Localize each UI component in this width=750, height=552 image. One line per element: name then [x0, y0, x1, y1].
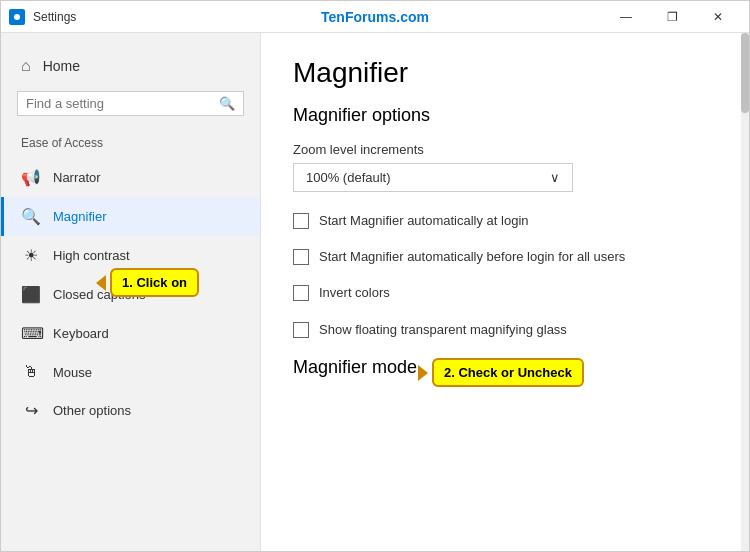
window-controls: — ❐ ✕	[603, 1, 741, 33]
checkbox-invert-colors: Invert colors	[293, 284, 717, 302]
closed-captions-icon: ⬛	[21, 285, 41, 304]
sidebar-item-home[interactable]: ⌂ Home	[1, 49, 260, 83]
high-contrast-icon: ☀	[21, 246, 41, 265]
close-button[interactable]: ✕	[695, 1, 741, 33]
keyboard-icon: ⌨	[21, 324, 41, 343]
sidebar-item-high-contrast-label: High contrast	[53, 248, 130, 263]
sidebar-item-other-options-label: Other options	[53, 403, 131, 418]
annotation-check-uncheck-bubble: 2. Check or Uncheck	[432, 358, 584, 387]
mouse-icon: 🖱	[21, 363, 41, 381]
window-title: Settings	[33, 10, 76, 24]
home-icon: ⌂	[21, 57, 31, 75]
annotation-check-uncheck: 2. Check or Uncheck	[432, 358, 584, 387]
checkbox-auto-login: Start Magnifier automatically at login	[293, 212, 717, 230]
svg-point-0	[14, 14, 20, 20]
other-options-icon: ↪	[21, 401, 41, 420]
magnifier-icon: 🔍	[21, 207, 41, 226]
checkbox-auto-login-input[interactable]	[293, 213, 309, 229]
title-bar: Settings TenForums.com — ❐ ✕	[1, 1, 749, 33]
annotation-arrow-2	[418, 365, 428, 381]
main-content: Magnifier Magnifier options Zoom level i…	[261, 33, 749, 551]
scrollbar-track[interactable]	[741, 33, 749, 551]
minimize-button[interactable]: —	[603, 1, 649, 33]
zoom-level-group: Zoom level increments 100% (default) ∨	[293, 142, 717, 192]
checkbox-floating-glass: Show floating transparent magnifying gla…	[293, 321, 717, 339]
checkbox-invert-colors-input[interactable]	[293, 285, 309, 301]
sidebar-item-narrator-label: Narrator	[53, 170, 101, 185]
sidebar-item-keyboard[interactable]: ⌨ Keyboard	[1, 314, 260, 353]
checkbox-auto-before-login-label: Start Magnifier automatically before log…	[319, 248, 625, 266]
search-box[interactable]: 🔍	[17, 91, 244, 116]
zoom-level-dropdown[interactable]: 100% (default) ∨	[293, 163, 573, 192]
title-bar-left: Settings	[9, 9, 76, 25]
settings-app-icon	[9, 9, 25, 25]
annotation-click-on: 1. Click on	[110, 268, 199, 297]
watermark: TenForums.com	[321, 9, 429, 25]
sidebar-item-other-options[interactable]: ↪ Other options	[1, 391, 260, 430]
checkbox-auto-before-login: Start Magnifier automatically before log…	[293, 248, 717, 266]
sidebar-item-magnifier-label: Magnifier	[53, 209, 106, 224]
narrator-icon: 📢	[21, 168, 41, 187]
annotation-click-on-bubble: 1. Click on	[110, 268, 199, 297]
maximize-button[interactable]: ❐	[649, 1, 695, 33]
page-title: Magnifier	[293, 57, 717, 89]
search-icon: 🔍	[219, 96, 235, 111]
section-title: Magnifier options	[293, 105, 717, 126]
scrollbar-thumb[interactable]	[741, 33, 749, 113]
sidebar-item-magnifier[interactable]: 🔍 Magnifier	[1, 197, 260, 236]
annotation-arrow-1	[96, 275, 106, 291]
sidebar-item-keyboard-label: Keyboard	[53, 326, 109, 341]
sidebar-item-mouse-label: Mouse	[53, 365, 92, 380]
dropdown-chevron-icon: ∨	[550, 170, 560, 185]
sidebar-section-label: Ease of Access	[1, 132, 260, 158]
home-label: Home	[43, 58, 80, 74]
zoom-level-value: 100% (default)	[306, 170, 391, 185]
zoom-level-label: Zoom level increments	[293, 142, 717, 157]
checkbox-auto-login-label: Start Magnifier automatically at login	[319, 212, 529, 230]
checkbox-invert-colors-label: Invert colors	[319, 284, 390, 302]
checkbox-floating-glass-label: Show floating transparent magnifying gla…	[319, 321, 567, 339]
sidebar-item-mouse[interactable]: 🖱 Mouse	[1, 353, 260, 391]
checkbox-auto-before-login-input[interactable]	[293, 249, 309, 265]
search-input[interactable]	[26, 96, 213, 111]
sidebar-item-narrator[interactable]: 📢 Narrator	[1, 158, 260, 197]
checkbox-floating-glass-input[interactable]	[293, 322, 309, 338]
